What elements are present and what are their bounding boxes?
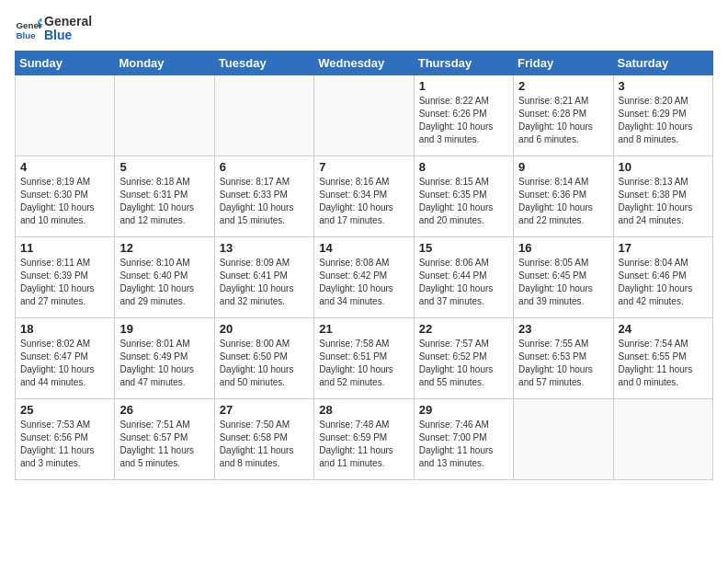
calendar-week-row: 18Sunrise: 8:02 AM Sunset: 6:47 PM Dayli… [16, 317, 713, 398]
calendar-cell: 25Sunrise: 7:53 AM Sunset: 6:56 PM Dayli… [16, 398, 115, 479]
calendar-cell: 13Sunrise: 8:09 AM Sunset: 6:41 PM Dayli… [214, 236, 313, 317]
day-number: 22 [419, 322, 508, 336]
day-info: Sunrise: 8:14 AM Sunset: 6:36 PM Dayligh… [518, 176, 608, 227]
calendar-cell [115, 75, 214, 155]
header: General Blue General Blue [15, 15, 713, 43]
day-info: Sunrise: 8:20 AM Sunset: 6:29 PM Dayligh… [619, 95, 708, 146]
day-info: Sunrise: 7:48 AM Sunset: 6:59 PM Dayligh… [319, 419, 408, 470]
day-info: Sunrise: 8:02 AM Sunset: 6:47 PM Dayligh… [20, 338, 109, 389]
day-info: Sunrise: 8:13 AM Sunset: 6:38 PM Dayligh… [619, 176, 708, 227]
day-info: Sunrise: 7:53 AM Sunset: 6:56 PM Dayligh… [20, 419, 109, 470]
calendar-cell: 6Sunrise: 8:17 AM Sunset: 6:33 PM Daylig… [214, 155, 313, 236]
day-number: 13 [220, 241, 309, 255]
day-number: 18 [20, 322, 109, 336]
calendar-cell: 21Sunrise: 7:58 AM Sunset: 6:51 PM Dayli… [314, 317, 414, 398]
calendar-cell: 23Sunrise: 7:55 AM Sunset: 6:53 PM Dayli… [514, 317, 613, 398]
calendar-cell: 12Sunrise: 8:10 AM Sunset: 6:40 PM Dayli… [115, 236, 214, 317]
calendar-cell: 29Sunrise: 7:46 AM Sunset: 7:00 PM Dayli… [414, 398, 513, 479]
day-number: 26 [119, 403, 209, 417]
day-number: 15 [419, 241, 508, 255]
day-info: Sunrise: 8:15 AM Sunset: 6:35 PM Dayligh… [419, 176, 508, 227]
calendar-cell: 7Sunrise: 8:16 AM Sunset: 6:34 PM Daylig… [314, 155, 414, 236]
day-number: 12 [119, 241, 209, 255]
calendar-cell: 2Sunrise: 8:21 AM Sunset: 6:28 PM Daylig… [514, 75, 613, 155]
logo: General Blue General Blue [15, 15, 92, 43]
calendar-cell: 18Sunrise: 8:02 AM Sunset: 6:47 PM Dayli… [16, 317, 115, 398]
day-info: Sunrise: 8:17 AM Sunset: 6:33 PM Dayligh… [220, 176, 309, 227]
day-number: 29 [419, 403, 508, 417]
calendar-cell: 5Sunrise: 8:18 AM Sunset: 6:31 PM Daylig… [115, 155, 214, 236]
calendar-week-row: 11Sunrise: 8:11 AM Sunset: 6:39 PM Dayli… [16, 236, 713, 317]
day-number: 11 [20, 241, 109, 255]
day-number: 27 [220, 403, 309, 417]
calendar-cell: 19Sunrise: 8:01 AM Sunset: 6:49 PM Dayli… [115, 317, 214, 398]
calendar-cell: 4Sunrise: 8:19 AM Sunset: 6:30 PM Daylig… [16, 155, 115, 236]
day-number: 16 [518, 241, 608, 255]
day-info: Sunrise: 7:51 AM Sunset: 6:57 PM Dayligh… [119, 419, 209, 470]
day-info: Sunrise: 7:50 AM Sunset: 6:58 PM Dayligh… [220, 419, 309, 470]
calendar-cell [514, 398, 613, 479]
calendar: SundayMondayTuesdayWednesdayThursdayFrid… [15, 51, 713, 480]
calendar-cell: 26Sunrise: 7:51 AM Sunset: 6:57 PM Dayli… [115, 398, 214, 479]
svg-text:Blue: Blue [17, 30, 37, 40]
day-number: 24 [619, 322, 708, 336]
day-info: Sunrise: 8:11 AM Sunset: 6:39 PM Dayligh… [20, 257, 109, 308]
calendar-cell: 28Sunrise: 7:48 AM Sunset: 6:59 PM Dayli… [314, 398, 414, 479]
calendar-cell [16, 75, 115, 155]
calendar-week-row: 1Sunrise: 8:22 AM Sunset: 6:26 PM Daylig… [16, 75, 713, 155]
day-number: 6 [220, 160, 309, 174]
calendar-week-row: 25Sunrise: 7:53 AM Sunset: 6:56 PM Dayli… [16, 398, 713, 479]
weekday-header: Wednesday [314, 51, 414, 75]
day-info: Sunrise: 8:18 AM Sunset: 6:31 PM Dayligh… [119, 176, 209, 227]
calendar-cell: 11Sunrise: 8:11 AM Sunset: 6:39 PM Dayli… [16, 236, 115, 317]
calendar-cell [314, 75, 414, 155]
day-number: 10 [619, 160, 708, 174]
weekday-header: Tuesday [214, 51, 313, 75]
day-number: 17 [619, 241, 708, 255]
calendar-cell: 20Sunrise: 8:00 AM Sunset: 6:50 PM Dayli… [214, 317, 313, 398]
calendar-cell: 10Sunrise: 8:13 AM Sunset: 6:38 PM Dayli… [613, 155, 712, 236]
day-info: Sunrise: 8:00 AM Sunset: 6:50 PM Dayligh… [220, 338, 309, 389]
day-number: 5 [119, 160, 209, 174]
day-number: 8 [419, 160, 508, 174]
day-info: Sunrise: 7:55 AM Sunset: 6:53 PM Dayligh… [518, 338, 608, 389]
logo-blue: Blue [44, 29, 92, 42]
day-number: 2 [518, 79, 608, 93]
calendar-cell [613, 398, 712, 479]
calendar-cell: 22Sunrise: 7:57 AM Sunset: 6:52 PM Dayli… [414, 317, 513, 398]
logo-general: General [44, 15, 92, 29]
calendar-cell: 17Sunrise: 8:04 AM Sunset: 6:46 PM Dayli… [613, 236, 712, 317]
day-number: 4 [20, 160, 109, 174]
day-info: Sunrise: 8:16 AM Sunset: 6:34 PM Dayligh… [319, 176, 408, 227]
weekday-header: Monday [115, 51, 214, 75]
day-info: Sunrise: 8:10 AM Sunset: 6:40 PM Dayligh… [119, 257, 209, 308]
day-info: Sunrise: 8:19 AM Sunset: 6:30 PM Dayligh… [20, 176, 109, 227]
day-number: 3 [619, 79, 708, 93]
day-info: Sunrise: 8:08 AM Sunset: 6:42 PM Dayligh… [319, 257, 408, 308]
svg-marker-3 [39, 17, 43, 22]
calendar-cell: 16Sunrise: 8:05 AM Sunset: 6:45 PM Dayli… [514, 236, 613, 317]
day-info: Sunrise: 8:04 AM Sunset: 6:46 PM Dayligh… [619, 257, 708, 308]
day-number: 25 [20, 403, 109, 417]
calendar-cell: 8Sunrise: 8:15 AM Sunset: 6:35 PM Daylig… [414, 155, 513, 236]
day-number: 23 [518, 322, 608, 336]
day-number: 19 [119, 322, 209, 336]
day-info: Sunrise: 8:09 AM Sunset: 6:41 PM Dayligh… [220, 257, 309, 308]
calendar-cell: 1Sunrise: 8:22 AM Sunset: 6:26 PM Daylig… [414, 75, 513, 155]
day-info: Sunrise: 8:05 AM Sunset: 6:45 PM Dayligh… [518, 257, 608, 308]
calendar-cell [214, 75, 313, 155]
calendar-cell: 27Sunrise: 7:50 AM Sunset: 6:58 PM Dayli… [214, 398, 313, 479]
day-info: Sunrise: 7:54 AM Sunset: 6:55 PM Dayligh… [619, 338, 708, 389]
day-info: Sunrise: 7:57 AM Sunset: 6:52 PM Dayligh… [419, 338, 508, 389]
logo-icon: General Blue [15, 15, 42, 42]
weekday-header: Saturday [613, 51, 712, 75]
day-info: Sunrise: 7:46 AM Sunset: 7:00 PM Dayligh… [419, 419, 508, 470]
day-number: 7 [319, 160, 408, 174]
day-info: Sunrise: 8:21 AM Sunset: 6:28 PM Dayligh… [518, 95, 608, 146]
day-number: 21 [319, 322, 408, 336]
day-number: 20 [220, 322, 309, 336]
weekday-header: Friday [514, 51, 613, 75]
weekday-header: Sunday [16, 51, 115, 75]
calendar-cell: 3Sunrise: 8:20 AM Sunset: 6:29 PM Daylig… [613, 75, 712, 155]
day-number: 14 [319, 241, 408, 255]
